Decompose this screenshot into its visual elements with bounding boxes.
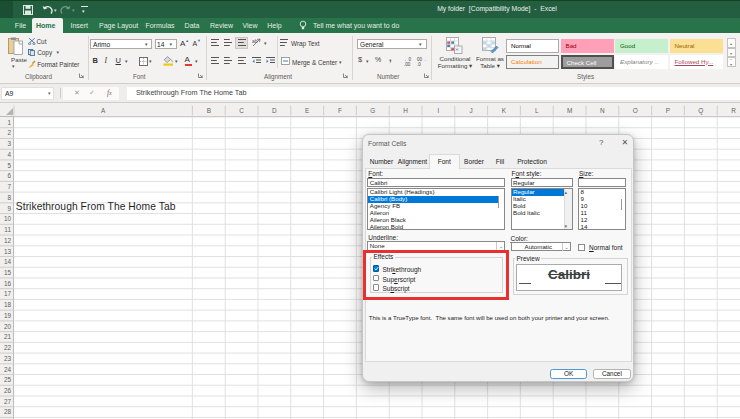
svg-text:ab: ab — [252, 38, 258, 44]
